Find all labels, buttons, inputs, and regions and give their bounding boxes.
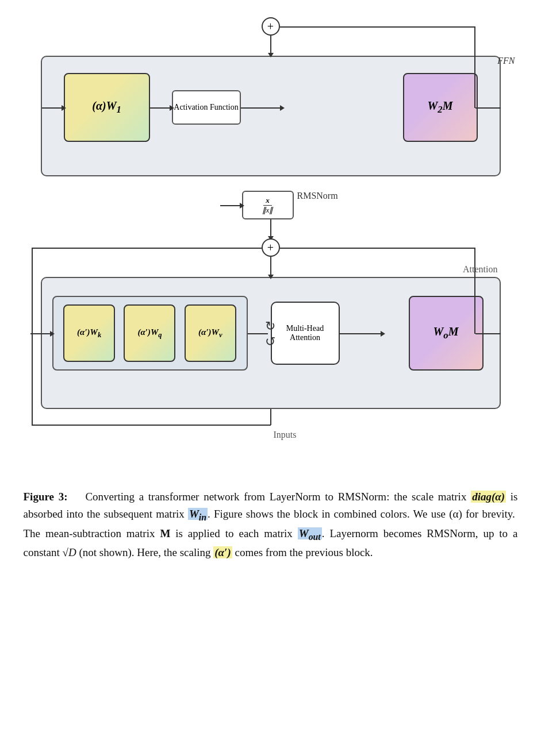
arrow-mha-wom-line: [340, 333, 383, 334]
alpha-prime-label: (α′): [213, 546, 232, 558]
top-right-horiz-line: [280, 26, 475, 28]
mid-plus-circle: +: [262, 238, 280, 257]
arrow-into-rms-line: [220, 205, 242, 206]
rmsnorm-fraction: x ‖x‖: [260, 196, 276, 215]
arrow-w1-act-head: [170, 105, 174, 111]
wk-label: (α′)Wk: [77, 327, 101, 340]
arrow-into-qkv-line: [30, 333, 52, 334]
inputs-label: Inputs: [274, 430, 297, 440]
wv-block: (α′)Wv: [185, 304, 236, 362]
top-plus-circle: +: [262, 17, 280, 36]
alpha-brevity: (α): [449, 508, 462, 520]
bottom-left-horiz: [32, 425, 271, 426]
w-out-label: Wout: [298, 527, 322, 539]
right-horiz-wom-exit: [475, 333, 501, 334]
arrow-into-rms-head: [240, 203, 244, 209]
w-in-label: Win: [188, 508, 208, 520]
mha-curved-arrows: ↻: [265, 319, 275, 334]
wom-block: WoM: [409, 296, 484, 371]
arrowhead-top-down: [268, 53, 274, 57]
arrow-midplus-attn-line: [270, 257, 271, 277]
arrow-mha-wom-head: [381, 331, 385, 337]
diagram: + FFN (α)W1 Activation Function W2M x ‖x…: [24, 17, 518, 460]
rms-numerator: x: [263, 196, 272, 206]
qkv-container: (α′)Wk (α′)Wq (α′)Wv: [52, 296, 248, 371]
arrow-into-w1-line: [42, 107, 64, 109]
wk-block: (α′)Wk: [63, 304, 115, 362]
right-skip-vert-attn: [474, 248, 475, 334]
attention-label: Attention: [463, 264, 497, 275]
right-vert-skip-ffn: [474, 26, 475, 108]
M-bold: M: [160, 527, 170, 539]
ffn-label: FFN: [497, 56, 515, 66]
diag-alpha: diag(α): [471, 491, 506, 503]
w2m-label: W2M: [428, 99, 453, 115]
right-skip-horiz-attn: [280, 248, 475, 249]
wv-label: (α′)Wv: [198, 327, 222, 340]
arrow-act-w2m-line: [241, 107, 282, 109]
figure-label: Figure 3:: [24, 491, 68, 503]
arrow-into-w1-head: [62, 105, 66, 111]
mha-label: Multi-Head Attention: [272, 324, 339, 342]
activation-function-block: Activation Function: [172, 90, 241, 125]
bottom-vert-line: [270, 409, 271, 425]
caption-area: Figure 3: Converting a transformer netwo…: [24, 488, 518, 561]
wq-block: (α′)Wq: [124, 304, 175, 362]
arrow-midplus-attn-head: [268, 275, 274, 279]
left-long-vert-attn: [32, 248, 33, 426]
mha-block: Multi-Head Attention: [271, 302, 340, 365]
w1-block: (α)W1: [64, 73, 150, 142]
w2m-block: W2M: [403, 73, 478, 142]
left-horiz-mid-plus: [32, 248, 262, 249]
activation-label: Activation Function: [174, 103, 238, 112]
wq-label: (α′)Wq: [137, 327, 162, 340]
rms-denominator: ‖x‖: [260, 206, 276, 215]
sqrt-D: √D: [63, 546, 76, 558]
rmsnorm-box: x ‖x‖: [242, 191, 294, 219]
arrow-w1-act-line: [150, 107, 172, 109]
rmsnorm-label: RMSNorm: [297, 191, 338, 201]
arrow-act-w2m-head: [280, 105, 285, 111]
wom-label: WoM: [433, 325, 459, 341]
arrow-into-qkv-head: [50, 331, 55, 337]
right-horiz-w2m-exit: [475, 107, 501, 109]
mha-curved-arrows2: ↺: [265, 334, 275, 349]
w1-label: (α)W1: [92, 99, 121, 115]
